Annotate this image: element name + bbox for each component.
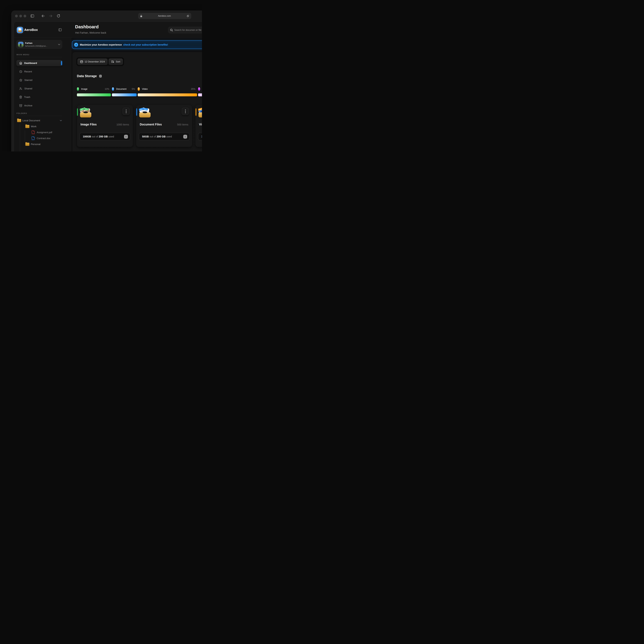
- file-assigment-pdf[interactable]: PDF Assigment.pdf: [16, 130, 71, 135]
- sidebar-item-starred[interactable]: Starred: [16, 77, 62, 83]
- sidebar-item-dashboard[interactable]: Dashboard: [16, 60, 62, 66]
- app-header: AeroBox Dashboard Hei Farhan, Welcome ba…: [14, 22, 202, 38]
- window-control-dot[interactable]: [19, 15, 22, 17]
- usage-text: 150GB out of 200 GB used: [201, 135, 202, 138]
- accent-bar: [77, 108, 78, 116]
- sidebar-item-label: Recent: [24, 70, 32, 73]
- date-button[interactable]: 12 Desember 2024: [77, 58, 108, 65]
- doc-file-icon: DOC: [32, 136, 35, 140]
- back-icon[interactable]: [41, 14, 45, 18]
- folder-icon: [25, 143, 29, 146]
- window-control-dot[interactable]: [24, 15, 26, 17]
- folder-local-document[interactable]: Local Document: [16, 118, 71, 123]
- usage-box: 150GB out of 200 GB used i: [198, 133, 202, 140]
- sidebar-item-trash[interactable]: Trash: [16, 94, 62, 100]
- storage-cards: JPG JPG Image Files 1000 items 100GB out…: [77, 105, 202, 147]
- card-items-count: 1000 items: [116, 123, 129, 126]
- banner-headline: Maximize your Aerobox experience: [80, 43, 122, 46]
- sort-icon: [111, 60, 114, 63]
- toolbar: 12 Desember 2024 Sort: [76, 57, 124, 66]
- search-input[interactable]: [174, 29, 202, 31]
- reload-icon[interactable]: [57, 14, 60, 18]
- accent-bar: [196, 108, 196, 116]
- folder-label: Personal: [31, 143, 40, 146]
- profile-email: farhanwork.2009@gmai...: [25, 45, 57, 47]
- storage-legend: Image 10% Document 5% Video 25%: [77, 87, 202, 91]
- kebab-menu-button[interactable]: [182, 108, 189, 115]
- main-content: Maximize your Aerobox experience check o…: [71, 38, 202, 151]
- profile-card[interactable]: Farhan farhanwork.2009@gmai...: [16, 40, 62, 49]
- file-contract-doc[interactable]: DOC Contract.doc: [16, 136, 71, 141]
- legend-percent: 10%: [105, 88, 111, 90]
- archive-icon: [19, 104, 22, 107]
- sidebar-item-recent[interactable]: Recent: [16, 69, 62, 75]
- folder-work[interactable]: Work: [16, 124, 71, 129]
- banner-link[interactable]: check out your subscription benefits!: [123, 43, 168, 46]
- accent-bar: [136, 108, 137, 116]
- search-bar[interactable]: [168, 27, 202, 33]
- bar-image: [77, 93, 111, 96]
- sidebar-item-shared[interactable]: Shared: [16, 86, 62, 92]
- usage-box: 100GB out of 200 GB used i: [80, 133, 130, 140]
- folder-label: Work: [31, 125, 36, 128]
- card-document-files[interactable]: Doc Doc Document Files 500 items 50GB ou…: [136, 105, 192, 147]
- sort-button[interactable]: Sort: [109, 58, 123, 65]
- folder-icon: [17, 119, 21, 122]
- card-image-files[interactable]: JPG JPG Image Files 1000 items 100GB out…: [77, 105, 133, 147]
- card-title: Document Files: [140, 123, 162, 126]
- home-icon: [19, 62, 22, 65]
- info-icon[interactable]: i: [99, 75, 102, 78]
- url-text: Aerobox.com: [142, 15, 187, 17]
- divider: [16, 116, 62, 116]
- bar-document: [112, 93, 137, 96]
- sidebar-item-label: Dashboard: [24, 62, 37, 65]
- browser-sidebar-toggle-icon[interactable]: [31, 14, 34, 18]
- sidebar-collapse-icon[interactable]: [58, 28, 62, 31]
- info-icon[interactable]: i: [183, 135, 187, 139]
- window-control-dot[interactable]: [15, 15, 18, 17]
- sidebar: Farhan farhanwork.2009@gmai... MAIN MENU: [14, 38, 71, 151]
- app-name: AeroBox: [24, 28, 38, 32]
- link-icon[interactable]: [187, 15, 189, 17]
- legend-swatch: [198, 87, 200, 91]
- app-header-main: Dashboard Hei Farhan, Welcome back: [71, 22, 202, 38]
- sidebar-item-label: Trash: [24, 96, 30, 99]
- section-title: Data Storage: [77, 74, 97, 78]
- document-folder-icon: Doc Doc: [139, 107, 151, 117]
- page-subtitle: Hei Farhan, Welcome back: [75, 31, 106, 34]
- chevron-down-icon[interactable]: [60, 120, 62, 121]
- data-storage-panel: 12 Desember 2024 Sort Data St: [72, 52, 202, 151]
- date-label: 12 Desember 2024: [85, 60, 105, 63]
- card-items-count: 500 items: [177, 123, 188, 126]
- url-bar[interactable]: Aerobox.com: [138, 13, 191, 19]
- file-label: Contract.doc: [37, 137, 51, 140]
- lightning-icon: [74, 43, 78, 47]
- chevron-down-icon: [58, 44, 60, 45]
- image-folder-icon: JPG JPG: [80, 107, 92, 117]
- legend-item-other: [198, 87, 202, 91]
- forward-icon[interactable]: [49, 14, 52, 18]
- sidebar-item-archive[interactable]: Archive: [16, 103, 62, 109]
- browser-window: Aerobox.com AeroBox: [11, 11, 202, 151]
- card-video-files[interactable]: Mp4 Mp4 Video Files 150GB out of 200 GB …: [195, 105, 202, 147]
- app-header-sidebar: AeroBox: [14, 22, 71, 38]
- bar-other: [198, 93, 202, 96]
- legend-swatch: [138, 87, 140, 91]
- legend-label: Image: [81, 88, 87, 90]
- active-indicator: [61, 61, 62, 65]
- info-icon[interactable]: i: [124, 135, 128, 139]
- main-menu: Dashboard Recent: [16, 60, 62, 109]
- legend-item-video: Video 25%: [138, 87, 197, 91]
- subscription-banner[interactable]: Maximize your Aerobox experience check o…: [72, 40, 202, 49]
- page-title: Dashboard: [75, 24, 99, 29]
- usage-box: 50GB out of 200 GB used i: [139, 133, 189, 140]
- clock-icon: [19, 70, 22, 73]
- main-menu-label: MAIN MENU: [16, 53, 71, 56]
- pdf-file-icon: PDF: [32, 130, 35, 134]
- folder-personal[interactable]: Personal: [16, 142, 71, 147]
- video-folder-icon: Mp4 Mp4: [198, 107, 202, 117]
- banner-text: Maximize your Aerobox experience check o…: [80, 43, 168, 46]
- avatar: [18, 42, 23, 47]
- legend-label: Document: [116, 88, 126, 90]
- kebab-menu-button[interactable]: [122, 108, 130, 115]
